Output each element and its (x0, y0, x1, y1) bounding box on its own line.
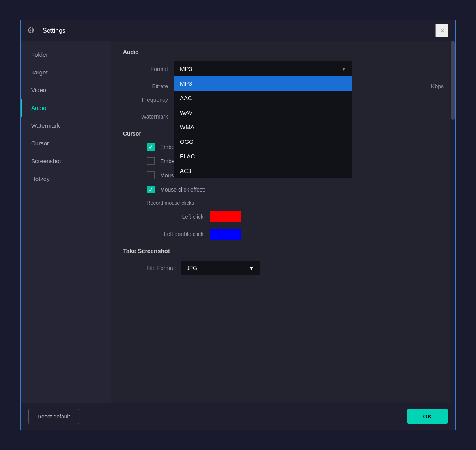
settings-icon: ⚙ (27, 25, 38, 36)
sidebar-item-cursor[interactable]: Cursor (21, 134, 111, 152)
format-dropdown-container: MP3 ▼ MP3 AAC WAV WMA OGG FLAC AC3 (174, 61, 352, 76)
sidebar-item-audio[interactable]: Audio (21, 99, 111, 117)
left-double-click-color-swatch[interactable] (210, 229, 241, 240)
format-label: Format (123, 66, 174, 72)
format-row: Format MP3 ▼ MP3 AAC WAV WMA OGG FLAC (123, 61, 444, 76)
checkbox-embed-screenshots[interactable] (147, 157, 155, 165)
format-option-ac3[interactable]: AC3 (174, 164, 352, 178)
sidebar-item-screenshot[interactable]: Screenshot (21, 152, 111, 170)
watermark-label: Watermark (123, 113, 174, 120)
left-click-row: Left click (123, 211, 444, 222)
format-option-mp3[interactable]: MP3 (174, 76, 352, 91)
file-format-label: File Format: (147, 265, 181, 271)
content-area: Folder Target Video Audio Watermark Curs… (21, 41, 455, 403)
sidebar: Folder Target Video Audio Watermark Curs… (21, 41, 111, 403)
checkbox-label-click-effect: Mouse click effect: (160, 186, 205, 193)
format-dropdown-menu: MP3 AAC WAV WMA OGG FLAC AC3 (174, 76, 352, 178)
ok-button[interactable]: OK (407, 409, 448, 424)
checkbox-click-effect[interactable] (147, 186, 155, 193)
scrollbar-track (450, 41, 455, 403)
bottom-bar: Reset default OK (21, 403, 455, 430)
sidebar-item-folder[interactable]: Folder (21, 46, 111, 63)
sidebar-item-hotkey[interactable]: Hotkey (21, 170, 111, 188)
format-option-wma[interactable]: WMA (174, 120, 352, 134)
close-button[interactable]: ✕ (435, 24, 449, 38)
screenshot-section-title: Take Screenshot (123, 247, 444, 254)
frequency-label: Frequency (123, 97, 174, 103)
left-click-color-swatch[interactable] (210, 211, 241, 222)
reset-default-button[interactable]: Reset default (28, 409, 79, 424)
left-double-click-row: Left double click (123, 229, 444, 240)
checkbox-row-click-effect: Mouse click effect: (123, 186, 444, 193)
audio-section-title: Audio (123, 49, 444, 55)
checkbox-embed-recording[interactable] (147, 143, 155, 151)
left-double-click-label: Left double click (147, 231, 210, 237)
dropdown-arrow-icon: ▼ (342, 66, 346, 72)
title-bar: ⚙ Settings ✕ (21, 20, 455, 41)
main-inner: Audio Format MP3 ▼ MP3 AAC WAV WMA (111, 41, 455, 283)
main-content: Audio Format MP3 ▼ MP3 AAC WAV WMA (111, 41, 455, 403)
format-option-ogg[interactable]: OGG (174, 134, 352, 149)
record-clicks-title: Record mouse clicks (123, 200, 444, 206)
format-option-flac[interactable]: FLAC (174, 149, 352, 164)
file-format-arrow-icon: ▼ (249, 265, 254, 271)
sidebar-item-target[interactable]: Target (21, 63, 111, 81)
format-option-wav[interactable]: WAV (174, 105, 352, 120)
sidebar-item-video[interactable]: Video (21, 81, 111, 99)
sidebar-item-watermark[interactable]: Watermark (21, 117, 111, 134)
left-click-label: Left click (147, 214, 210, 220)
format-dropdown-trigger[interactable]: MP3 ▼ (174, 61, 352, 76)
settings-window: ⚙ Settings ✕ Folder Target Video Audio W… (20, 20, 456, 430)
bitrate-label: Bitrate (123, 83, 174, 89)
file-format-row: File Format: JPG ▼ (123, 261, 444, 275)
format-option-aac[interactable]: AAC (174, 91, 352, 105)
file-format-dropdown[interactable]: JPG ▼ (181, 261, 260, 275)
format-selected-value: MP3 (180, 65, 192, 72)
file-format-selected: JPG (187, 265, 197, 271)
kbps-label: Kbps (431, 83, 444, 89)
checkbox-click-sound[interactable] (147, 171, 155, 179)
window-title: Settings (43, 27, 435, 34)
scrollbar-thumb[interactable] (451, 41, 455, 120)
